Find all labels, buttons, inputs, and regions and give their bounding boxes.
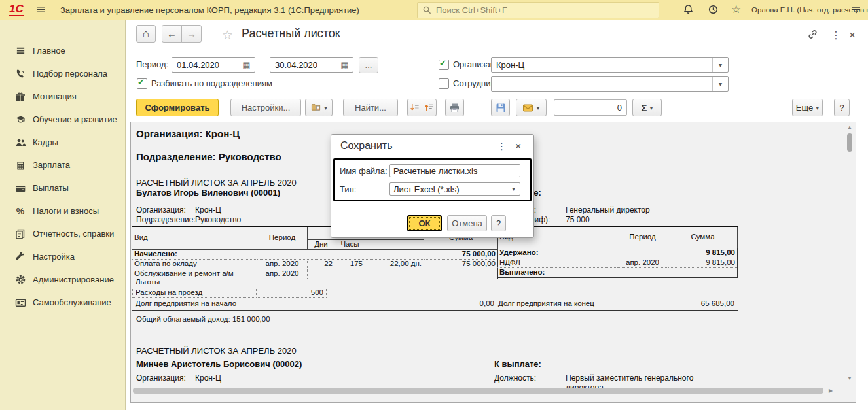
period-more-button[interactable]: ...: [359, 57, 378, 73]
graduation-cap-icon: [14, 114, 27, 125]
link-icon[interactable]: [807, 29, 818, 43]
chevron-down-icon[interactable]: ▾: [536, 104, 539, 111]
home-icon: ⌂: [143, 27, 149, 41]
date-from-value[interactable]: 01.04.2020: [172, 58, 238, 72]
filetype-value[interactable]: Лист Excel (*.xls): [390, 183, 507, 195]
calendar-icon[interactable]: ▦: [336, 58, 353, 72]
cell: Удержано:: [497, 248, 668, 258]
organization-checkbox[interactable]: ✔: [439, 60, 449, 70]
organization-combo[interactable]: Крон-Ц ▾: [491, 57, 729, 73]
horizontal-scroll-thumb[interactable]: [133, 388, 823, 394]
cancel-button[interactable]: Отмена: [447, 215, 487, 231]
cell: 9 815,00: [668, 248, 738, 258]
scroll-down-icon[interactable]: ▼: [847, 375, 852, 381]
chevron-down-icon[interactable]: ▾: [324, 104, 327, 111]
sidebar-item-label: Подбор персонала: [33, 69, 107, 78]
employee-checkbox[interactable]: [439, 78, 449, 89]
print-button[interactable]: [445, 99, 464, 116]
generate-button[interactable]: Сформировать: [136, 99, 219, 116]
chevron-down-icon[interactable]: ▾: [649, 104, 653, 111]
date-to-value[interactable]: 30.04.2020: [270, 58, 336, 72]
date-to-field[interactable]: 30.04.2020 ▦: [270, 57, 353, 73]
cell: 175: [335, 259, 365, 269]
sidebar-item-motivatsiya[interactable]: Мотивация: [0, 85, 125, 108]
report-org-heading: Организация: Крон-Ц: [136, 128, 240, 139]
close-dialog-icon[interactable]: ×: [515, 141, 521, 152]
more-button[interactable]: Еще▾: [792, 99, 823, 116]
sidebar-item-administrirovanie[interactable]: Администрирование: [0, 268, 125, 291]
history-clock-icon[interactable]: [708, 4, 719, 18]
filetype-select[interactable]: Лист Excel (*.xls) ▾: [389, 182, 520, 196]
organization-value[interactable]: Крон-Ц: [492, 58, 712, 72]
position-value: Генеральный директор: [566, 205, 650, 214]
counter-field[interactable]: [554, 99, 627, 116]
notifications-bell-icon[interactable]: [683, 4, 694, 18]
dialog-help-button[interactable]: ?: [491, 215, 506, 231]
sidebar-item-podbor-personala[interactable]: Подбор персонала: [0, 62, 125, 85]
scroll-up-icon[interactable]: ▲: [847, 124, 852, 130]
sum-button[interactable]: Σ ▾: [632, 99, 662, 116]
save-variant-button[interactable]: ▾: [305, 99, 333, 116]
people-icon: [14, 137, 27, 148]
total-income: Общий облагаемый доход: 151 000,00: [136, 315, 270, 323]
close-form-icon[interactable]: ×: [849, 29, 856, 42]
vertical-scroll-thumb[interactable]: [847, 133, 852, 152]
sidebar-item-label: Настройка: [33, 252, 75, 262]
find-button[interactable]: Найти...: [343, 99, 398, 116]
global-search-box[interactable]: [417, 2, 659, 18]
sort-descending-button[interactable]: [407, 99, 422, 116]
sidebar-item-label: Обучение и развитие: [33, 114, 117, 124]
wrench-icon: [14, 252, 27, 262]
sidebar-item-label: Выплаты: [33, 183, 69, 193]
kebab-menu-icon[interactable]: ⋮: [497, 141, 507, 152]
sidebar-item-samoobsluzhivanie[interactable]: Самообслуживание: [0, 291, 125, 314]
horizontal-scrollbar[interactable]: ▶: [133, 386, 841, 395]
filename-input[interactable]: [389, 164, 520, 177]
debt-end-label: Долг предприятия на конец: [498, 299, 594, 307]
search-input[interactable]: [435, 5, 634, 16]
save-report-button[interactable]: [491, 99, 510, 116]
settings-button[interactable]: Настройки...: [230, 99, 301, 116]
sidebar-item-vyplaty[interactable]: Выплаты: [0, 177, 125, 199]
sidebar-item-nalogi[interactable]: % Налоги и взносы: [0, 199, 125, 222]
vertical-scrollbar[interactable]: ▲ ▼: [846, 124, 854, 384]
back-button[interactable]: ←: [162, 25, 182, 43]
1c-logo: 1С: [9, 3, 24, 16]
sort-ascending-button[interactable]: [422, 99, 437, 116]
save-dialog: Сохранить ⋮ × Имя файла: Тип: Лист Excel…: [331, 134, 534, 238]
dialog-title: Сохранить: [340, 140, 393, 152]
ok-button[interactable]: ОК: [407, 215, 442, 231]
chevron-down-icon[interactable]: ▾: [507, 183, 520, 195]
split-by-departments-checkbox[interactable]: ✔: [137, 78, 147, 89]
chevron-down-icon[interactable]: ▾: [712, 58, 728, 72]
main-menu-icon[interactable]: [35, 5, 46, 17]
help-button[interactable]: ?: [834, 99, 850, 116]
send-email-button[interactable]: ▾: [516, 99, 547, 116]
employee-value[interactable]: [492, 77, 712, 91]
payslip-dept-label: Подразделение:: [136, 215, 196, 224]
sidebar-item-glavnoe[interactable]: Главное: [0, 39, 125, 62]
counter-input[interactable]: [554, 100, 626, 115]
sidebar-item-nastroika[interactable]: Настройка: [0, 245, 125, 268]
phone-icon: [14, 69, 27, 79]
date-from-field[interactable]: 01.04.2020 ▦: [172, 57, 255, 73]
sidebar-item-zarplata[interactable]: Зарплата: [0, 154, 125, 177]
employee-combo[interactable]: ▾: [491, 76, 729, 92]
kebab-menu-icon[interactable]: ⋮: [831, 29, 841, 41]
add-to-favorites-star-icon[interactable]: ☆: [222, 27, 233, 43]
forward-button[interactable]: →: [181, 25, 202, 43]
home-button[interactable]: ⌂: [136, 25, 156, 43]
chevron-down-icon: ▾: [816, 104, 819, 111]
sidebar-item-otchetnost[interactable]: Отчетность, справки: [0, 222, 125, 245]
sidebar-item-obuchenie[interactable]: Обучение и развитие: [0, 108, 125, 131]
window-menu-icon[interactable]: [851, 4, 861, 17]
sidebar-item-kadry[interactable]: Кадры: [0, 131, 125, 154]
column-header: Период: [257, 226, 308, 249]
favorites-star-icon[interactable]: ☆: [731, 3, 741, 16]
chevron-down-icon[interactable]: ▾: [712, 77, 728, 91]
calendar-icon[interactable]: ▦: [238, 58, 255, 72]
cell: Выплачено:: [497, 267, 738, 277]
top-bar: 1С Зарплата и управление персоналом КОРП…: [0, 0, 868, 20]
scroll-right-icon[interactable]: ▶: [829, 388, 833, 394]
cell: 75 000,00: [424, 249, 498, 259]
